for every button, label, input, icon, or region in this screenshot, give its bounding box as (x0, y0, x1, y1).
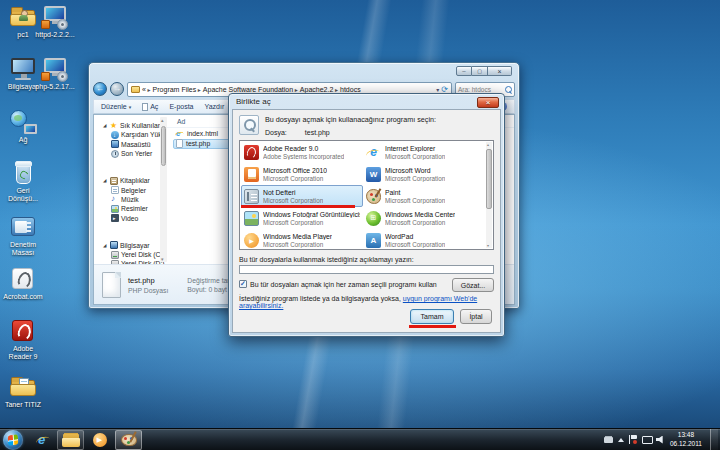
desktop-icon-php[interactable]: php-5.2.17... (34, 56, 76, 91)
desktop-icon-control-panel[interactable]: Denetim Masası (2, 214, 44, 258)
toolbar-open-label: Aç (150, 103, 158, 110)
checkbox-checked[interactable] (239, 280, 247, 288)
sidebar-item-disk-d[interactable]: Yerel Disk (D:) (94, 259, 167, 264)
adobe-reader-icon (244, 145, 259, 160)
system-tray: 13:48 06.12.2011 (604, 429, 720, 450)
taskbar-ie-button[interactable] (28, 430, 55, 450)
show-desktop-button[interactable] (710, 429, 718, 450)
search-placeholder: Ara: htdocs (458, 86, 491, 93)
desktop-icon-httpd[interactable]: httpd-2.2.2... (34, 4, 76, 39)
panel-glyph (11, 217, 35, 236)
browse-button[interactable]: Gözat... (452, 278, 494, 292)
web-hint-text: İstediğiniz program listede ya da bilgis… (239, 295, 403, 302)
expander-icon[interactable] (103, 123, 108, 128)
sidebar-item-label: Resimler (121, 205, 148, 212)
music-icon (111, 195, 119, 203)
breadcrumb-item[interactable]: Apache Software Foundation (203, 86, 298, 93)
sidebar-item-favorites[interactable]: Sık Kullanılanlar (94, 121, 167, 130)
program-item-media-center[interactable]: Windows Media CenterMicrosoft Corporatio… (363, 207, 485, 229)
sidebar-item-video[interactable]: Video (94, 213, 167, 222)
program-item-adobe-reader[interactable]: Adobe Reader 9.0Adobe Systems Incorporat… (241, 141, 363, 163)
chevron-down-icon[interactable] (436, 86, 439, 93)
program-item-wordpad[interactable]: WordPadMicrosoft Corporation (363, 229, 485, 250)
taskbar-explorer-button[interactable] (57, 430, 84, 450)
program-item-word[interactable]: Microsoft WordMicrosoft Corporation (363, 163, 485, 185)
minimize-button[interactable] (456, 66, 472, 76)
expander-icon[interactable] (103, 243, 108, 248)
file-row[interactable]: index.html (173, 128, 233, 139)
file-row-selected[interactable]: test.php (173, 139, 233, 150)
program-item-paint[interactable]: PaintMicrosoft Corporation (363, 185, 485, 207)
search-icon[interactable] (505, 86, 512, 93)
installer-icon (40, 56, 70, 82)
breadcrumb-item[interactable]: htdocs (340, 86, 361, 93)
desktop-icon-taner-folder[interactable]: Taner TITIZ (2, 374, 44, 409)
taskbar-paint-button[interactable] (115, 430, 142, 450)
installer-icon (40, 4, 70, 30)
toolbar-print[interactable]: Yazdır (205, 103, 225, 110)
program-vendor: Microsoft Corporation (263, 241, 332, 248)
expander-icon[interactable] (103, 178, 108, 183)
program-item-internet-explorer[interactable]: Internet ExplorerMicrosoft Corporation (363, 141, 485, 163)
program-list-scrollbar[interactable] (486, 142, 492, 248)
program-vendor: Microsoft Corporation (385, 153, 445, 160)
folder-icon (8, 374, 38, 400)
sidebar-item-desktop[interactable]: Masaüstü (94, 140, 167, 149)
downloads-icon (111, 131, 119, 139)
sidebar-item-downloads[interactable]: Karşıdan Yüklem... (94, 130, 167, 139)
start-button[interactable] (3, 430, 23, 450)
sidebar-item-disk-c[interactable]: Yerel Disk (C:) (94, 250, 167, 259)
sidebar-item-music[interactable]: Müzik (94, 195, 167, 204)
dialog-close-button[interactable] (477, 97, 499, 108)
network-icon[interactable] (642, 436, 651, 444)
wordpad-icon (366, 233, 381, 248)
breadcrumb-item[interactable]: Apache2.2 (300, 86, 338, 93)
sidebar-item-pictures[interactable]: Resimler (94, 204, 167, 213)
breadcrumb-overflow[interactable]: « (142, 86, 151, 93)
clock[interactable]: 13:48 06.12.2011 (670, 431, 702, 447)
media-player-icon (93, 433, 107, 447)
program-item-media-player[interactable]: Windows Media PlayerMicrosoft Corporatio… (241, 229, 363, 250)
description-input[interactable] (239, 265, 494, 274)
toolbar-open[interactable]: Aç (142, 103, 158, 111)
action-center-flag-icon[interactable] (629, 435, 637, 444)
program-item-photo-viewer[interactable]: Windows Fotoğraf GörüntüleyicisiMicrosof… (241, 207, 363, 229)
media-player-icon (244, 233, 259, 248)
program-item-office[interactable]: Microsoft Office 2010Microsoft Corporati… (241, 163, 363, 185)
file-name: index.html (187, 130, 218, 137)
back-button[interactable] (93, 82, 107, 96)
scrollbar-thumb[interactable] (161, 126, 166, 166)
sidebar-item-recent[interactable]: Son Yerler (94, 149, 167, 158)
desktop: pc1 httpd-2.2.2... Bilgisayar php-5.2.17… (0, 0, 720, 450)
taskbar-media-player-button[interactable] (86, 430, 113, 450)
printer-icon[interactable] (604, 437, 613, 443)
program-item-notepad-selected[interactable]: Not DefteriMicrosoft Corporation (241, 185, 363, 207)
sidebar-scrollbar[interactable] (160, 117, 167, 262)
maximize-button[interactable] (472, 66, 488, 76)
desktop-icon-acrobat[interactable]: Acrobat.com (2, 266, 44, 301)
close-button[interactable] (488, 66, 512, 76)
volume-icon[interactable] (656, 436, 665, 444)
cancel-button[interactable]: İptal (460, 309, 492, 324)
desktop-icon-recycle-bin[interactable]: Geri Dönüşü... (2, 160, 44, 204)
sidebar-item-computer[interactable]: Bilgisayar (94, 241, 167, 250)
program-name: Adobe Reader 9.0 (263, 145, 344, 152)
program-vendor: Microsoft Corporation (263, 219, 360, 226)
sidebar-item-libraries[interactable]: Kitaplıklar (94, 176, 167, 185)
breadcrumb-item[interactable]: Program Files (153, 86, 201, 93)
program-name: Not Defteri (263, 189, 323, 196)
forward-button[interactable] (110, 82, 124, 96)
desktop-icon-adobe-reader[interactable]: Adobe Reader 9 (2, 318, 44, 362)
clock-time: 13:48 (670, 431, 702, 439)
show-hidden-icons-arrow[interactable] (618, 438, 624, 442)
sidebar-item-documents[interactable]: Belgeler (94, 185, 167, 194)
toolbar-email[interactable]: E-posta (169, 103, 193, 110)
monitor-glyph (24, 124, 37, 134)
toolbar-organize[interactable]: Düzenle (101, 103, 131, 110)
desktop-icon-label: Adobe Reader 9 (2, 345, 44, 362)
desktop-icon-ag[interactable]: Ağ (2, 109, 44, 144)
ok-button[interactable]: Tamam (410, 309, 454, 324)
dialog-header-text: Bu dosyayı açmak için kullanacağınız pro… (265, 115, 436, 136)
scrollbar-thumb[interactable] (486, 149, 492, 209)
paint-icon (121, 434, 137, 446)
